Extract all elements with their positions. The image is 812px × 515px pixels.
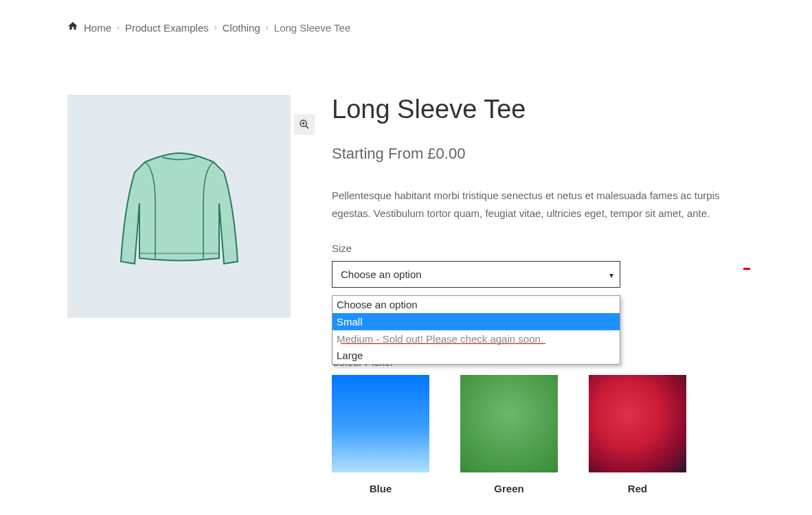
breadcrumb: Home › Product Examples › Clothing › Lon… [0, 0, 812, 34]
size-select[interactable]: Choose an option [332, 261, 620, 288]
swatch-image-red [589, 375, 686, 472]
swatch-label-red: Red [589, 483, 686, 494]
breadcrumb-current: Long Sleeve Tee [274, 22, 350, 34]
product-image-section [67, 95, 291, 494]
product-details: Long Sleeve Tee Starting From £0.00 Pell… [332, 95, 730, 494]
product-price: Starting From £0.00 [332, 145, 730, 163]
zoom-icon[interactable] [294, 114, 315, 135]
breadcrumb-home[interactable]: Home [84, 22, 111, 34]
size-field: Choose an option ▾ Choose an option Smal… [332, 261, 620, 288]
breadcrumb-item-1[interactable]: Clothing [223, 22, 260, 34]
swatch-label-green: Green [460, 483, 558, 494]
breadcrumb-item-0[interactable]: Product Examples [125, 22, 209, 34]
size-option-medium[interactable]: Medium - Sold out! Please check again so… [332, 330, 620, 347]
chevron-right-icon: › [117, 23, 120, 32]
colour-picker-section: Colour Picker Blue Green Red [332, 356, 730, 494]
size-option-large[interactable]: Large [332, 347, 620, 364]
size-label: Size [332, 242, 730, 254]
swatch-image-blue [332, 375, 429, 472]
svg-line-1 [306, 126, 308, 128]
size-dropdown: Choose an option Small Medium - Sold out… [332, 295, 620, 365]
home-icon[interactable] [67, 21, 78, 34]
swatch-image-green [460, 375, 558, 472]
chevron-right-icon: › [266, 23, 269, 32]
chevron-right-icon: › [214, 23, 217, 32]
colour-swatch-red[interactable]: Red [589, 375, 686, 494]
size-option-placeholder[interactable]: Choose an option [332, 296, 620, 313]
colour-swatch-green[interactable]: Green [460, 375, 558, 494]
colour-swatch-blue[interactable]: Blue [332, 375, 429, 494]
product-title: Long Sleeve Tee [332, 95, 730, 124]
swatch-label-blue: Blue [332, 483, 429, 494]
size-option-small[interactable]: Small [332, 313, 620, 330]
size-option-medium-label: Medium - Sold out! Please check again so… [337, 333, 543, 345]
product-image[interactable] [67, 95, 291, 318]
product-description: Pellentesque habitant morbi tristique se… [332, 187, 730, 222]
annotation-mark [743, 268, 750, 270]
